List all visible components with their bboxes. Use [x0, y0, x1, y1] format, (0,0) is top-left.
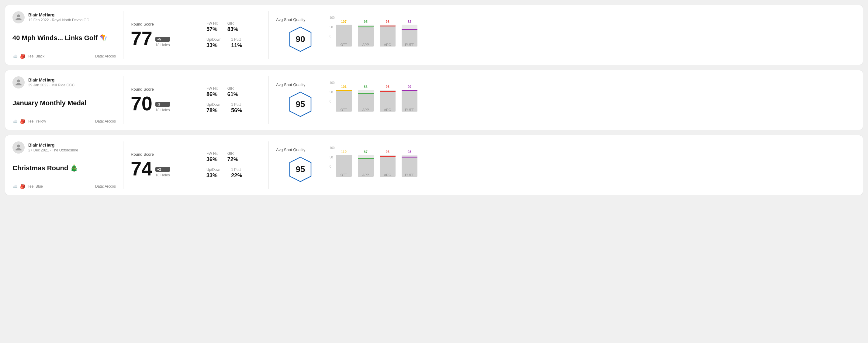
stat-value: 61%	[227, 91, 238, 98]
data-source: Data: Arccos	[95, 119, 116, 123]
user-header: Blair McHarg29 Jan 2022 · Mill Ride GCC	[12, 76, 116, 89]
chart-section: 100500101OTT86APP96ARG99PUTT	[325, 76, 856, 124]
tee-label: Tee: Black	[28, 54, 44, 58]
stats-top-row: FW Hit86%GIR61%	[207, 86, 261, 98]
round-footer: ☁️🎒Tee: YellowData: Arccos	[12, 119, 116, 124]
score-label: Round Score	[131, 152, 191, 157]
bar-value-label: 95	[364, 20, 368, 23]
data-source: Data: Arccos	[95, 184, 116, 189]
score-number: 70	[131, 94, 152, 114]
bar-chart: 110OTT87APP95ARG93PUTT	[336, 146, 417, 183]
tee-info: ☁️🎒Tee: Yellow	[12, 119, 46, 124]
chart-section: 100500110OTT87APP95ARG93PUTT	[325, 142, 856, 189]
stat-label: GIR	[227, 86, 238, 91]
bar-axis-label: ARG	[384, 173, 391, 177]
round-card: Blair McHarg27 Dec 2021 · The Oxfordshir…	[5, 135, 863, 195]
bar-value-label: 96	[386, 85, 390, 89]
stat-value: 78%	[207, 107, 221, 114]
avatar	[12, 142, 25, 154]
holes-label: 18 Holes	[155, 43, 169, 47]
stats-section: FW Hit57%GIR83%Up/Down33%1 Putt11%	[207, 11, 261, 59]
quality-section: Avg Shot Quality 95	[276, 142, 325, 189]
bar-value-label: 110	[341, 150, 347, 154]
stat-label: FW Hit	[207, 86, 218, 91]
weather-icon: ☁️	[12, 184, 18, 189]
quality-label: Avg Shot Quality	[276, 148, 306, 152]
bar-group-arg: 95ARG	[380, 155, 396, 177]
user-name: Blair McHarg	[28, 143, 78, 148]
bar-color-line	[380, 26, 396, 27]
holes-label: 18 Holes	[155, 173, 169, 177]
weather-icon: ☁️	[12, 54, 18, 59]
score-number: 77	[131, 29, 152, 48]
bar-color-line	[358, 27, 374, 27]
stat-value: 83%	[227, 26, 238, 33]
user-date: 27 Dec 2021 · The Oxfordshire	[28, 148, 78, 152]
score-row: 74+218 Holes	[131, 159, 191, 179]
stat-upDown: Up/Down33%	[207, 167, 221, 179]
round-left-section: Blair McHarg27 Dec 2021 · The Oxfordshir…	[12, 142, 116, 189]
score-badge: -2	[155, 102, 169, 107]
user-info: Blair McHarg27 Dec 2021 · The Oxfordshir…	[28, 143, 78, 152]
chart-wrapper: 100500107OTT95APP98ARG82PUTT	[330, 11, 417, 59]
quality-score: 95	[296, 164, 305, 174]
quality-score: 95	[296, 99, 305, 109]
stat-label: FW Hit	[207, 21, 218, 26]
score-label: Round Score	[131, 87, 191, 92]
stat-value: 33%	[207, 173, 221, 179]
score-badge: +5	[155, 37, 169, 42]
bar-value-label: 86	[364, 85, 368, 89]
stat-value: 56%	[231, 107, 242, 114]
stat-value: 72%	[227, 156, 238, 163]
score-row: 70-218 Holes	[131, 94, 191, 114]
score-row: 77+518 Holes	[131, 29, 191, 48]
user-header: Blair McHarg12 Feb 2022 · Royal North De…	[12, 11, 116, 23]
stat-gir: GIR83%	[227, 21, 238, 33]
bar-axis-label: APP	[363, 43, 369, 46]
quality-label: Avg Shot Quality	[276, 17, 306, 22]
stat-value: 33%	[207, 42, 221, 49]
round-card: Blair McHarg29 Jan 2022 · Mill Ride GCCJ…	[5, 70, 863, 130]
bar-group-app: 87APP	[358, 155, 374, 177]
round-title: 40 Mph Winds... Links Golf 🪁	[12, 34, 116, 42]
bar-value-label: 107	[341, 20, 347, 23]
user-name: Blair McHarg	[28, 77, 74, 83]
stat-label: GIR	[227, 21, 238, 26]
stat-upDown: Up/Down33%	[207, 37, 221, 49]
bar-color-line	[380, 91, 396, 92]
bar-color-line	[402, 90, 417, 91]
stat-value: 86%	[207, 91, 218, 98]
stat-value: 11%	[231, 42, 242, 49]
y-axis-label: 0	[330, 35, 335, 38]
hexagon-container: 95	[276, 91, 325, 118]
weather-icon: ☁️	[12, 119, 18, 124]
user-header: Blair McHarg27 Dec 2021 · The Oxfordshir…	[12, 142, 116, 154]
user-info: Blair McHarg12 Feb 2022 · Royal North De…	[28, 12, 89, 22]
bar-color-line	[380, 156, 396, 157]
stat-gir: GIR72%	[227, 151, 238, 163]
bar-chart: 101OTT86APP96ARG99PUTT	[336, 81, 417, 118]
tee-info: ☁️🎒Tee: Blue	[12, 184, 43, 189]
bar-color-line	[358, 158, 374, 159]
bar-axis-label: PUTT	[405, 173, 414, 177]
hexagon: 95	[287, 91, 314, 118]
round-title: January Monthly Medal	[12, 99, 116, 107]
score-number: 74	[131, 159, 152, 179]
score-section: Round Score77+518 Holes	[131, 11, 191, 59]
stat-fwHit: FW Hit36%	[207, 151, 218, 163]
bar-chart: 107OTT95APP98ARG82PUTT	[336, 16, 417, 53]
stats-section: FW Hit86%GIR61%Up/Down78%1 Putt56%	[207, 76, 261, 124]
stat-onePutt: 1 Putt56%	[231, 102, 242, 114]
user-name: Blair McHarg	[28, 12, 89, 17]
round-title: Christmas Round 🎄	[12, 164, 116, 172]
quality-label: Avg Shot Quality	[276, 83, 306, 87]
bar-axis-label: ARG	[384, 43, 391, 46]
bar-group-putt: 93PUTT	[402, 155, 417, 177]
bar-value-label: 87	[364, 150, 368, 154]
round-card: Blair McHarg12 Feb 2022 · Royal North De…	[5, 5, 863, 65]
tee-label: Tee: Blue	[28, 184, 43, 189]
bar-color-line	[402, 29, 417, 30]
bar-axis-label: PUTT	[405, 108, 414, 112]
tee-label: Tee: Yellow	[28, 119, 46, 123]
stat-label: 1 Putt	[231, 102, 242, 107]
